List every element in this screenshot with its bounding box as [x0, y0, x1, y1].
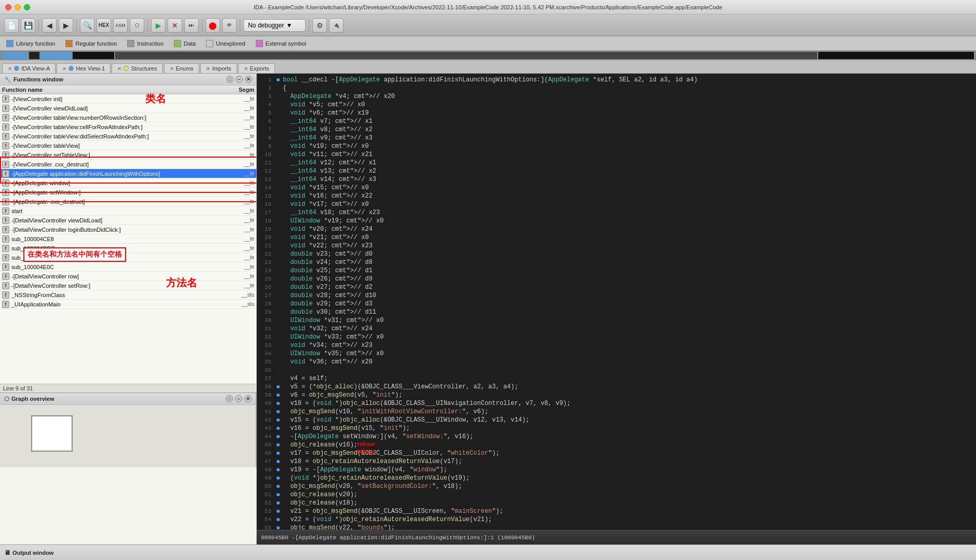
code-content[interactable]: 1bool __cdecl -[AppDelegate application:… — [257, 74, 976, 530]
save-button[interactable]: 💾 — [21, 18, 35, 33]
line-dot — [276, 507, 281, 515]
line-dot — [276, 491, 281, 499]
new-file-button[interactable]: 📄 — [4, 18, 19, 33]
line-number: 28 — [257, 300, 276, 308]
disasm-button[interactable]: ASM — [113, 18, 128, 33]
chevron-down-icon: ▼ — [286, 22, 292, 29]
function-row[interactable]: f-[AppDelegate application:didFinishLaun… — [0, 169, 256, 178]
tab-icon-structures — [123, 66, 129, 71]
function-row[interactable]: fsub_100004CE8__te — [0, 234, 256, 244]
close-button[interactable] — [5, 4, 11, 10]
watch-button[interactable]: 👁 — [222, 18, 237, 33]
function-row[interactable]: f-[DetailViewController viewDidLoad]__te — [0, 216, 256, 225]
tab-close-structures[interactable]: ✕ — [117, 66, 121, 72]
function-row[interactable]: f-[ViewController tableView:numberOfRows… — [0, 113, 256, 122]
function-row[interactable]: f-[AppDelegate window]__te — [0, 178, 256, 188]
function-row[interactable]: f-[DetailViewController loginButtonDidCl… — [0, 225, 256, 234]
panel-close-button[interactable]: ✕ — [245, 76, 252, 83]
function-row[interactable]: fsub_100004DEC__te — [0, 244, 256, 253]
graph-button[interactable]: ⬡ — [130, 18, 144, 33]
forward-button[interactable]: ▶ — [59, 18, 73, 33]
function-segment: __stu — [228, 301, 254, 307]
breakpoint-button[interactable]: ⬤ — [205, 18, 220, 33]
function-name: -[ViewController setTableView:] — [11, 152, 228, 158]
panel-maximize-button[interactable]: □ — [226, 76, 233, 83]
scrubber-bar[interactable] — [0, 51, 976, 60]
function-segment: __te — [228, 133, 254, 139]
line-dot — [276, 515, 281, 524]
graph-close-button[interactable]: ✕ — [244, 395, 252, 402]
tab-close-imports[interactable]: ✕ — [206, 66, 210, 72]
function-row[interactable]: f-[ViewController setTableView:]__te — [0, 150, 256, 160]
output-window-label: Output window — [12, 550, 53, 556]
tab-exports[interactable]: ✕ Exports — [238, 63, 275, 73]
line-dot — [276, 358, 281, 366]
function-row[interactable]: f-[ViewController viewDidLoad]__te — [0, 104, 256, 113]
code-line: 1bool __cdecl -[AppDelegate application:… — [257, 76, 976, 84]
settings-button[interactable]: ⚙ — [312, 18, 327, 33]
tab-close-ida-view[interactable]: ✕ — [8, 66, 12, 72]
legend-data: Data — [174, 40, 196, 47]
run-button[interactable]: ▶ — [151, 18, 166, 33]
function-row[interactable]: f-[ViewController tableView:didSelectRow… — [0, 132, 256, 141]
function-row[interactable]: fstart__te — [0, 206, 256, 216]
search-button[interactable]: 🔍 — [80, 18, 94, 33]
tab-hex-view[interactable]: ✕ Hex View-1 — [57, 63, 111, 73]
line-dot — [276, 474, 281, 482]
debugger-dropdown[interactable]: No debugger ▼ — [243, 19, 306, 32]
function-row[interactable]: f-[ViewController init]__te — [0, 94, 256, 104]
line-number: 13 — [257, 175, 276, 184]
line-dot — [276, 441, 281, 449]
function-row[interactable]: fsub_100004E04__te — [0, 253, 256, 262]
stop-button[interactable]: ✕ — [168, 18, 182, 33]
function-row[interactable]: f-[ViewController tableView:cellForRowAt… — [0, 122, 256, 132]
graph-overview-panel: ⬡ Graph overview □ – ✕ — [0, 393, 256, 467]
function-row[interactable]: f-[DetailViewController setRow:]__te — [0, 281, 256, 290]
panel-minimize-button[interactable]: – — [236, 76, 243, 83]
code-line: 13 __int64 v14; cmt">// x3 — [257, 175, 976, 184]
step-button[interactable]: ⏭ — [184, 18, 199, 33]
tab-close-hex-view[interactable]: ✕ — [62, 66, 66, 72]
function-row[interactable]: f-[AppDelegate setWindow:]__te — [0, 188, 256, 197]
breakpoint-dot — [277, 501, 280, 505]
line-code: void *v11; cmt">// x21 — [281, 150, 976, 159]
legend-label-library: Library function — [16, 40, 55, 47]
functions-list[interactable]: f-[ViewController init]__tef-[ViewContro… — [0, 94, 256, 384]
function-name: -[AppDelegate window] — [11, 180, 228, 186]
function-row[interactable]: f-[ViewController .cxx_destruct]__te — [0, 160, 256, 169]
breakpoint-dot — [277, 443, 280, 446]
tab-imports[interactable]: ✕ Imports — [200, 63, 237, 73]
function-name: _UIApplicationMain — [11, 301, 228, 307]
maximize-button[interactable] — [24, 4, 30, 10]
function-row[interactable]: f-[AppDelegate .cxx_destruct]__te — [0, 197, 256, 206]
function-row[interactable]: f-[DetailViewController row]__te — [0, 272, 256, 281]
line-number: 24 — [257, 267, 276, 275]
code-line: 50 objc_msgSend(v20, "setBackgroundColor… — [257, 482, 976, 491]
tab-ida-view[interactable]: ✕ IDA View-A — [2, 63, 56, 73]
minimize-button[interactable] — [15, 4, 21, 10]
debugger-label: No debugger — [248, 22, 284, 29]
line-dot — [276, 184, 281, 192]
tab-close-exports[interactable]: ✕ — [244, 66, 248, 72]
hex-button[interactable]: HEX — [97, 18, 111, 33]
tab-close-enums[interactable]: ✕ — [170, 66, 174, 72]
line-code: double v30; cmt">// d11 — [281, 308, 976, 316]
back-button[interactable]: ◀ — [42, 18, 57, 33]
function-row[interactable]: f-[ViewController tableView]__te — [0, 141, 256, 150]
line-dot — [276, 416, 281, 424]
legend-unexplored: Unexplored — [206, 40, 245, 47]
function-row[interactable]: fsub_100004E0C__te — [0, 262, 256, 272]
tab-enums[interactable]: ✕ Enums — [164, 63, 199, 73]
scrubber-segment-right — [818, 52, 974, 59]
tab-structures[interactable]: ✕ Structures — [112, 63, 162, 73]
line-code: v16 = objc_msgSend(v15, "init"); — [281, 424, 976, 432]
graph-panel-controls: □ – ✕ — [226, 395, 252, 402]
graph-maximize-button[interactable]: □ — [226, 395, 233, 402]
function-row[interactable]: f_UIApplicationMain__stu — [0, 300, 256, 309]
graph-icon: ⬡ — [4, 396, 9, 402]
plugins-button[interactable]: 🔌 — [329, 18, 343, 33]
scrubber-segment-dark2 — [73, 52, 114, 59]
graph-minimize-button[interactable]: – — [235, 395, 242, 402]
line-number: 30 — [257, 316, 276, 325]
function-row[interactable]: f_NSStringFromClass__stu — [0, 290, 256, 300]
